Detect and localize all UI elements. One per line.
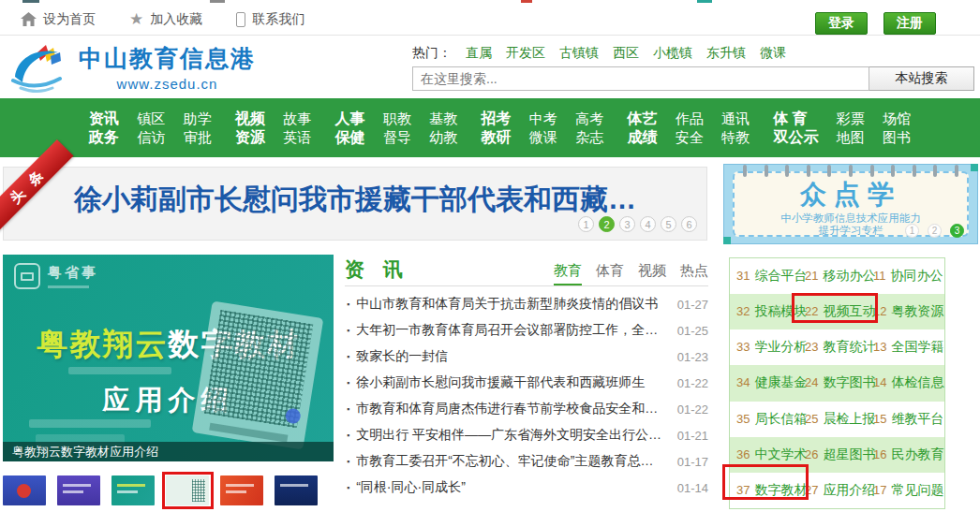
- nav-link[interactable]: 人事: [335, 110, 365, 128]
- quicklink-31[interactable]: 31综合平台: [736, 268, 805, 285]
- nav-link[interactable]: 督导: [383, 128, 411, 147]
- nav-link[interactable]: 教研: [482, 128, 512, 147]
- news-link[interactable]: 市教育工委召开“不忘初心、牢记使命”主题教育总…: [356, 453, 670, 470]
- nav-link[interactable]: 故事: [283, 110, 311, 128]
- carousel-thumbnails: [3, 475, 318, 505]
- quicklink-24[interactable]: 24数字图书: [805, 374, 873, 391]
- tab-jiaoyu-active[interactable]: 教育: [554, 262, 582, 285]
- nav-link[interactable]: 视频: [235, 110, 265, 128]
- quicklink-25[interactable]: 25晨检上报: [805, 411, 873, 428]
- quicklink-36[interactable]: 36中文学术: [736, 446, 805, 463]
- register-button[interactable]: 注册: [883, 12, 936, 35]
- carousel-thumbnail-1[interactable]: [3, 475, 46, 505]
- news-link[interactable]: 市教育和体育局唐杰伟进行春节前学校食品安全和传…: [356, 401, 670, 417]
- nav-link[interactable]: 幼教: [429, 128, 457, 147]
- contact-us-link[interactable]: 联系我们: [236, 11, 304, 28]
- tab-tiyu[interactable]: 体育: [596, 262, 624, 285]
- quicklink-17[interactable]: 17常见问题: [873, 482, 942, 499]
- nav-link[interactable]: 图书: [883, 128, 911, 147]
- nav-link[interactable]: 镇区: [137, 110, 165, 128]
- headline-pager-3[interactable]: 3: [619, 216, 635, 232]
- headline-pager-5[interactable]: 5: [661, 216, 676, 232]
- nav-link[interactable]: 通讯: [721, 110, 750, 128]
- add-favorite-link[interactable]: ★ 加入收藏: [129, 11, 202, 28]
- nav-link[interactable]: 场馆: [883, 110, 911, 128]
- nav-link[interactable]: 基教: [429, 110, 457, 128]
- quicklink-34[interactable]: 34健康基金: [736, 374, 805, 391]
- nav-link[interactable]: 特教: [721, 128, 750, 147]
- hot-link-kaifaqu[interactable]: 开发区: [506, 45, 545, 62]
- news-date: 01-21: [677, 429, 708, 443]
- promo-pager-2[interactable]: 2: [928, 224, 942, 238]
- carousel-thumbnail-6[interactable]: [275, 475, 318, 505]
- headline-pager-4[interactable]: 4: [640, 216, 656, 232]
- promo-banner[interactable]: 众点学 中小学教师信息技术应用能力 提升学习专栏 1 2 3: [723, 164, 978, 244]
- headline-pager-2-active[interactable]: 2: [599, 216, 615, 232]
- nav-link[interactable]: 微课: [529, 128, 557, 147]
- nav-link[interactable]: 安全: [676, 128, 704, 147]
- headline-pager-6[interactable]: 6: [681, 216, 697, 232]
- news-link[interactable]: “同根·同心·同成长”: [356, 479, 670, 496]
- nav-link[interactable]: 资源: [235, 128, 265, 147]
- hot-link-dongshengzhen[interactable]: 东升镇: [706, 45, 746, 62]
- news-link[interactable]: 文明出行 平安相伴——广东省海外文明安全出行公…: [356, 427, 670, 444]
- quicklink-13[interactable]: 13全国学籍: [873, 339, 942, 356]
- quicklink-27[interactable]: 27应用介绍: [805, 482, 873, 499]
- tab-shipin[interactable]: 视频: [638, 262, 666, 285]
- nav-link[interactable]: 体 育: [773, 110, 818, 128]
- news-link[interactable]: 致家长的一封信: [356, 348, 670, 365]
- news-link[interactable]: 徐小莉副市长慰问我市援藏干部代表和西藏班师生: [356, 374, 670, 391]
- carousel-slide[interactable]: 粤省事 粤教翔云数字教材 应用介绍 粤教翔云数字教材应用介绍: [3, 255, 334, 461]
- carousel-thumbnail-5[interactable]: [220, 475, 263, 505]
- nav-link[interactable]: 政务: [89, 128, 119, 147]
- nav-link[interactable]: 英语: [283, 128, 311, 147]
- hot-link-xiaolanzhen[interactable]: 小榄镇: [653, 45, 692, 62]
- hot-link-zhishu[interactable]: 直属: [466, 45, 492, 62]
- nav-link[interactable]: 地图: [837, 128, 865, 147]
- quicklink-15[interactable]: 15维教平台: [873, 411, 942, 428]
- promo-pager-3-active[interactable]: 3: [950, 224, 964, 238]
- quicklink-21[interactable]: 21移动办公: [805, 268, 873, 285]
- quicklink-33[interactable]: 33学业分析: [736, 339, 805, 356]
- quicklink-35[interactable]: 35局长信箱: [736, 411, 805, 428]
- notebook-binding-decoration: [743, 165, 958, 177]
- nav-link[interactable]: 高考: [575, 110, 603, 128]
- quicklink-26[interactable]: 26超星图书: [805, 446, 873, 463]
- nav-link[interactable]: 中考: [529, 110, 557, 128]
- quicklink-16[interactable]: 16民办教育: [873, 446, 942, 463]
- nav-link[interactable]: 审批: [184, 128, 212, 147]
- nav-link[interactable]: 保健: [335, 128, 365, 147]
- carousel-thumbnail-3[interactable]: [111, 475, 155, 505]
- news-link[interactable]: 大年初一市教育体育局召开会议部署防控工作，全力…: [356, 322, 670, 339]
- nav-link[interactable]: 招考: [482, 110, 512, 128]
- headline-link[interactable]: 徐小莉副市长慰问我市援藏干部代表和西藏…: [74, 181, 636, 219]
- quicklink-12[interactable]: 12粤教资源: [873, 303, 942, 320]
- nav-link[interactable]: 彩票: [837, 110, 865, 128]
- hot-link-weike[interactable]: 微课: [760, 45, 786, 62]
- nav-link[interactable]: 信访: [137, 128, 165, 147]
- news-link[interactable]: 中山市教育和体育局关于抗击新型肺炎疫情的倡议书: [356, 296, 670, 313]
- quicklink-11[interactable]: 11协同办公: [873, 268, 942, 285]
- site-search-button[interactable]: 本站搜索: [869, 66, 974, 91]
- set-homepage-link[interactable]: 设为首页: [21, 11, 96, 28]
- nav-link[interactable]: 作品: [676, 110, 704, 128]
- quicklink-23[interactable]: 23教育统计: [805, 339, 873, 356]
- nav-link[interactable]: 职教: [383, 110, 411, 128]
- nav-link[interactable]: 成绩: [627, 128, 657, 147]
- promo-pager-1[interactable]: 1: [905, 224, 919, 238]
- hot-link-xiqu[interactable]: 西区: [613, 45, 639, 62]
- tab-redian[interactable]: 热点: [680, 262, 708, 285]
- nav-link[interactable]: 体艺: [627, 110, 657, 128]
- quicklink-14[interactable]: 14体检信息: [873, 374, 942, 391]
- carousel-thumbnail-2[interactable]: [57, 475, 100, 505]
- nav-link[interactable]: 双公示: [773, 128, 818, 147]
- site-logo[interactable]: 中山教育信息港 www.zsedu.cn: [9, 41, 256, 94]
- nav-col-zixun-zhengwu: 资讯政务: [89, 110, 119, 147]
- nav-link[interactable]: 资讯: [89, 110, 119, 128]
- nav-link[interactable]: 杂志: [575, 128, 603, 147]
- headline-pager-1[interactable]: 1: [578, 216, 594, 232]
- hot-link-guzhenzhen[interactable]: 古镇镇: [559, 45, 599, 62]
- search-input[interactable]: [412, 66, 869, 91]
- nav-link[interactable]: 助学: [184, 110, 212, 128]
- login-button[interactable]: 登录: [815, 12, 868, 35]
